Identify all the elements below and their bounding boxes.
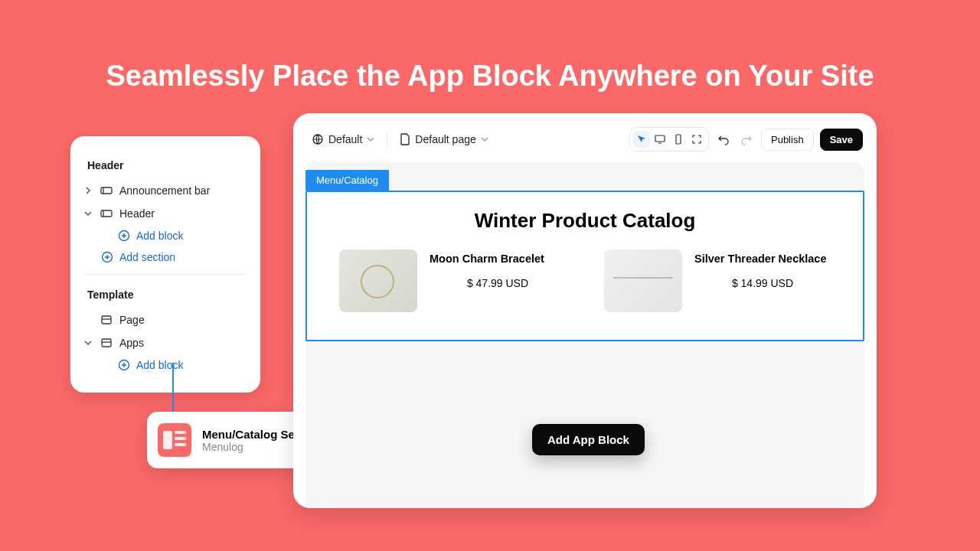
product-image xyxy=(604,249,682,312)
product-price: $ 47.99 USD xyxy=(430,277,566,289)
product-name: Moon Charm Bracelet xyxy=(430,253,566,265)
product-card[interactable]: Silver Threader Necklace $ 14.99 USD xyxy=(604,249,831,312)
sidebar-item-label: Announcement bar xyxy=(119,184,210,197)
svg-rect-8 xyxy=(102,339,111,347)
selected-section-frame[interactable]: Winter Product Catalog Moon Charm Bracel… xyxy=(305,191,864,341)
product-row: Moon Charm Bracelet $ 47.99 USD Silver T… xyxy=(307,240,863,340)
chevron-down-icon xyxy=(481,135,488,143)
selection-tab[interactable]: Menu/Catalog xyxy=(305,170,389,191)
undo-icon[interactable] xyxy=(715,131,732,148)
page-dropdown[interactable]: Default page xyxy=(400,133,488,145)
save-button[interactable]: Save xyxy=(820,129,863,151)
page-icon xyxy=(400,133,410,145)
inspector-icon[interactable] xyxy=(633,131,650,148)
sidebar-item-label: Header xyxy=(119,207,155,220)
device-preview-group xyxy=(629,127,709,152)
svg-rect-6 xyxy=(102,316,111,324)
publish-button[interactable]: Publish xyxy=(761,129,814,151)
page-name: Default page xyxy=(415,133,475,145)
chevron-right-icon xyxy=(83,187,93,194)
sidebar-heading-header: Header xyxy=(81,152,250,179)
theme-name: Default xyxy=(328,133,362,145)
fullscreen-icon[interactable] xyxy=(688,131,705,148)
section-icon xyxy=(100,184,113,197)
add-block-link-apps[interactable]: Add block xyxy=(81,354,250,376)
add-block-label: Add block xyxy=(136,230,183,242)
app-block-icon xyxy=(158,423,191,457)
sidebar-item-announcement-bar[interactable]: Announcement bar xyxy=(81,179,250,202)
sidebar-item-label: Page xyxy=(119,314,145,326)
section-icon xyxy=(100,207,113,220)
sidebar-heading-template: Template xyxy=(81,281,250,308)
svg-rect-2 xyxy=(101,210,112,217)
plus-circle-icon xyxy=(118,359,130,371)
add-section-label: Add section xyxy=(119,251,175,263)
add-app-block-button[interactable]: Add App Block xyxy=(532,424,645,455)
product-price: $ 14.99 USD xyxy=(694,277,831,289)
sidebar-item-header[interactable]: Header xyxy=(81,202,250,225)
page-icon xyxy=(100,313,113,327)
product-card[interactable]: Moon Charm Bracelet $ 47.99 USD xyxy=(339,249,566,312)
sidebar-item-apps[interactable]: Apps xyxy=(81,331,250,354)
plus-circle-icon xyxy=(101,251,113,263)
globe-icon xyxy=(312,133,324,145)
editor-topbar: Default Default page xyxy=(293,113,877,158)
apps-icon xyxy=(100,336,113,350)
editor-canvas: Menu/Catalog Winter Product Catalog Moon… xyxy=(305,162,864,508)
chevron-down-icon xyxy=(83,339,93,347)
desktop-icon[interactable] xyxy=(652,131,668,148)
theme-editor-sidebar: Header Announcement bar Header Add block… xyxy=(70,136,260,393)
add-section-link[interactable]: Add section xyxy=(81,246,250,268)
theme-dropdown[interactable]: Default xyxy=(312,133,374,145)
svg-rect-13 xyxy=(676,135,681,144)
topbar-right: Publish Save xyxy=(629,127,863,152)
divider xyxy=(84,274,247,275)
svg-rect-0 xyxy=(101,187,112,194)
svg-rect-12 xyxy=(655,135,665,142)
sidebar-item-label: Apps xyxy=(119,337,144,349)
sidebar-item-page[interactable]: Page xyxy=(81,308,250,331)
add-block-label: Add block xyxy=(136,359,183,371)
topbar-left: Default Default page xyxy=(312,131,488,148)
add-block-link[interactable]: Add block xyxy=(81,225,250,246)
mobile-icon[interactable] xyxy=(670,131,687,148)
catalog-title: Winter Product Catalog xyxy=(307,192,863,240)
hero-title: Seamlessly Place the App Block Anywhere … xyxy=(0,60,980,93)
divider xyxy=(387,131,387,148)
chevron-down-icon xyxy=(367,135,374,143)
chevron-down-icon xyxy=(83,210,93,217)
plus-circle-icon xyxy=(118,230,130,242)
product-image xyxy=(339,249,417,312)
redo-icon[interactable] xyxy=(738,131,755,148)
product-name: Silver Threader Necklace xyxy=(694,253,831,265)
